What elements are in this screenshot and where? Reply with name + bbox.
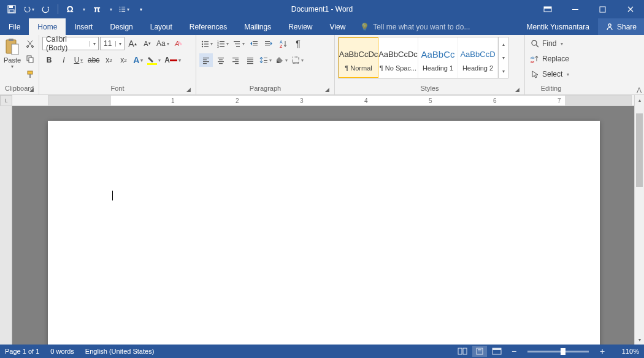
ruler-h-track[interactable]: 1 2 3 4 5 6 7 [48, 95, 632, 106]
line-spacing-button[interactable]: ▾ [258, 53, 273, 67]
cut-icon[interactable] [23, 37, 37, 50]
read-mode-icon[interactable] [455, 346, 470, 357]
select-button[interactable]: Select▾ [528, 67, 572, 81]
tab-references[interactable]: References [181, 18, 236, 35]
signed-in-user[interactable]: Mentik Yusmantara [518, 18, 598, 35]
font-size-combo[interactable]: 11▾ [100, 37, 125, 50]
font-color-button[interactable]: A▾ [163, 53, 182, 67]
svg-rect-44 [265, 43, 270, 44]
svg-rect-36 [220, 46, 224, 47]
bullets-button[interactable]: ▾ [199, 37, 214, 50]
zoom-in-button[interactable]: + [595, 346, 610, 357]
scroll-thumb[interactable] [636, 113, 643, 187]
style-heading-2[interactable]: AaBbCcD Heading 2 [458, 37, 498, 78]
collapse-ribbon-icon[interactable]: ⋀ [637, 86, 642, 93]
tab-mailings[interactable]: Mailings [236, 18, 280, 35]
show-marks-button[interactable]: ¶ [291, 37, 305, 50]
group-styles: AaBbCcDc ¶ Normal AaBbCcDc ¶ No Spac... … [335, 35, 525, 94]
maximize-icon[interactable] [589, 0, 616, 18]
scroll-down-icon[interactable]: ▾ [635, 335, 644, 345]
gallery-up-icon[interactable]: ▴ [499, 37, 508, 51]
tell-me-search[interactable]: 💡 Tell me what you want to do... [360, 18, 470, 35]
tab-review[interactable]: Review [280, 18, 321, 35]
copy-icon[interactable] [23, 52, 37, 66]
align-center-button[interactable] [214, 53, 228, 67]
print-layout-icon[interactable] [472, 346, 487, 357]
paste-button[interactable]: Paste ▾ [3, 37, 21, 81]
text-effects-button[interactable]: A▾ [131, 53, 145, 67]
gallery-expand-icon[interactable]: ▾ [499, 64, 508, 78]
page-canvas[interactable] [48, 121, 600, 345]
find-button[interactable]: Find▾ [528, 37, 572, 50]
status-language[interactable]: English (United States) [85, 348, 155, 355]
style-no-spacing[interactable]: AaBbCcDc ¶ No Spac... [378, 37, 418, 78]
symbol-dropdown[interactable]: ▾ [83, 7, 85, 12]
status-words[interactable]: 0 words [50, 348, 74, 355]
bold-button[interactable]: B [42, 53, 56, 67]
share-button[interactable]: Share [598, 18, 644, 35]
strikethrough-button[interactable]: abc [86, 53, 101, 67]
change-case-button[interactable]: Aa▾ [155, 37, 171, 50]
close-icon[interactable] [616, 0, 644, 18]
tab-selector[interactable]: L [0, 95, 12, 106]
superscript-button[interactable]: x2 [117, 53, 130, 67]
grow-font-button[interactable]: A▴ [126, 37, 139, 50]
clear-formatting-icon[interactable]: A [172, 37, 185, 50]
highlight-button[interactable]: ▾ [146, 53, 162, 67]
zoom-slider[interactable] [527, 351, 589, 352]
sort-button[interactable]: AZ [277, 37, 290, 50]
qat-customize[interactable]: ▾ [136, 4, 147, 15]
decrease-indent-button[interactable] [247, 37, 261, 50]
minimize-icon[interactable] [561, 0, 589, 18]
italic-button[interactable]: I [57, 53, 71, 67]
paragraph-launcher[interactable]: ◢ [323, 85, 331, 93]
style-heading-1[interactable]: AaBbCc Heading 1 [418, 37, 458, 78]
numbering-button[interactable]: 123▾ [215, 37, 230, 50]
shading-button[interactable]: ▾ [274, 53, 289, 67]
style-normal[interactable]: AaBbCcDc ¶ Normal [339, 37, 378, 78]
zoom-slider-thumb[interactable] [561, 348, 565, 355]
styles-launcher[interactable]: ◢ [513, 85, 521, 93]
tab-insert[interactable]: Insert [66, 18, 101, 35]
equation-dropdown[interactable]: ▾ [110, 7, 112, 12]
tab-file[interactable]: File [0, 18, 29, 35]
tab-design[interactable]: Design [101, 18, 141, 35]
zoom-out-button[interactable]: − [507, 346, 521, 357]
tab-home[interactable]: Home [29, 18, 66, 35]
undo-icon[interactable]: ▾ [23, 4, 34, 15]
status-page[interactable]: Page 1 of 1 [5, 348, 39, 355]
font-launcher[interactable]: ◢ [184, 85, 193, 93]
clipboard-launcher[interactable]: ◢ [27, 85, 36, 93]
font-name-combo[interactable]: Calibri (Body)▾ [42, 37, 99, 50]
align-left-button[interactable] [199, 53, 213, 67]
increase-indent-button[interactable] [262, 37, 275, 50]
subscript-button[interactable]: x2 [102, 53, 115, 67]
chevron-down-icon[interactable]: ▾ [115, 41, 124, 47]
tab-view[interactable]: View [321, 18, 355, 35]
ribbon-display-icon[interactable] [534, 0, 561, 18]
group-paragraph: ▾ 123▾ ▾ AZ ¶ ▾ ▾ ▾ P [196, 35, 335, 94]
gallery-down-icon[interactable]: ▾ [499, 51, 508, 64]
multilevel-list-button[interactable]: ▾ [231, 37, 246, 50]
equation-button[interactable]: π [91, 4, 102, 15]
ruler-vertical[interactable] [0, 106, 12, 345]
svg-rect-57 [235, 59, 239, 60]
symbol-button[interactable]: Ω [64, 4, 75, 15]
borders-button[interactable]: ▾ [290, 53, 305, 67]
save-icon[interactable] [6, 4, 17, 15]
redo-icon[interactable] [40, 4, 52, 15]
shrink-font-button[interactable]: A▾ [140, 37, 154, 50]
format-painter-icon[interactable] [23, 67, 37, 81]
ruler-horizontal[interactable]: L 1 2 3 4 5 6 7 ▴ [0, 95, 644, 106]
web-layout-icon[interactable] [489, 346, 504, 357]
replace-button[interactable]: abacReplace [528, 52, 572, 66]
justify-button[interactable] [243, 53, 257, 67]
scroll-up-icon[interactable]: ▴ [635, 95, 644, 105]
tab-layout[interactable]: Layout [142, 18, 181, 35]
svg-rect-11 [572, 9, 578, 10]
list-button[interactable]: ▾ [118, 4, 129, 15]
zoom-level[interactable]: 110% [612, 348, 639, 355]
underline-button[interactable]: U▾ [72, 53, 85, 67]
chevron-down-icon[interactable]: ▾ [90, 41, 98, 47]
align-right-button[interactable] [229, 53, 242, 67]
